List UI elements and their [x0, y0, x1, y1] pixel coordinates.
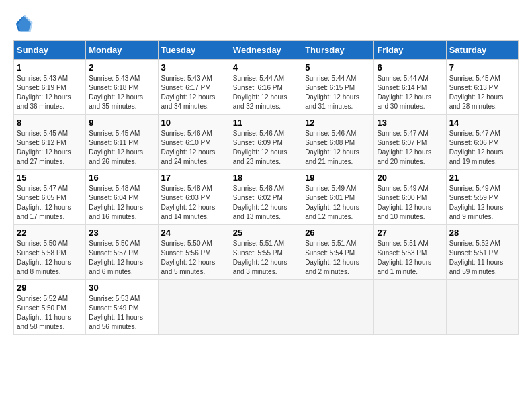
- calendar-cell: 3Sunrise: 5:43 AM Sunset: 6:17 PM Daylig…: [158, 60, 230, 115]
- calendar-cell: 30Sunrise: 5:53 AM Sunset: 5:49 PM Dayli…: [86, 280, 158, 335]
- day-info: Sunrise: 5:50 AM Sunset: 5:57 PM Dayligh…: [89, 239, 154, 277]
- day-number: 16: [89, 173, 154, 183]
- calendar-cell: 7Sunrise: 5:45 AM Sunset: 6:13 PM Daylig…: [446, 60, 518, 115]
- day-info: Sunrise: 5:43 AM Sunset: 6:17 PM Dayligh…: [161, 74, 227, 111]
- calendar-cell: 21Sunrise: 5:49 AM Sunset: 5:59 PM Dayli…: [446, 170, 518, 225]
- day-info: Sunrise: 5:48 AM Sunset: 6:04 PM Dayligh…: [89, 184, 154, 222]
- day-number: 5: [305, 62, 371, 73]
- weekday-header: Monday: [86, 41, 158, 60]
- day-number: 22: [17, 228, 83, 238]
- day-info: Sunrise: 5:49 AM Sunset: 6:01 PM Dayligh…: [305, 184, 371, 222]
- day-number: 18: [233, 173, 299, 183]
- day-info: Sunrise: 5:53 AM Sunset: 5:49 PM Dayligh…: [89, 294, 154, 332]
- day-number: 30: [89, 283, 154, 293]
- calendar-cell: 6Sunrise: 5:44 AM Sunset: 6:14 PM Daylig…: [374, 60, 446, 115]
- calendar-cell: 5Sunrise: 5:44 AM Sunset: 6:15 PM Daylig…: [302, 60, 374, 115]
- calendar-cell: [374, 280, 446, 335]
- day-number: 2: [89, 62, 154, 73]
- calendar-cell: 23Sunrise: 5:50 AM Sunset: 5:57 PM Dayli…: [86, 225, 158, 280]
- day-number: 19: [305, 173, 371, 183]
- day-info: Sunrise: 5:52 AM Sunset: 5:50 PM Dayligh…: [17, 294, 83, 332]
- day-info: Sunrise: 5:44 AM Sunset: 6:14 PM Dayligh…: [377, 74, 443, 111]
- calendar-cell: 16Sunrise: 5:48 AM Sunset: 6:04 PM Dayli…: [86, 170, 158, 225]
- day-number: 1: [17, 62, 83, 73]
- calendar-cell: 18Sunrise: 5:48 AM Sunset: 6:02 PM Dayli…: [230, 170, 302, 225]
- weekday-header: Saturday: [446, 41, 518, 60]
- day-number: 9: [89, 118, 154, 128]
- day-number: 23: [89, 228, 154, 238]
- day-number: 24: [161, 228, 227, 238]
- day-number: 26: [305, 228, 371, 238]
- calendar-cell: 27Sunrise: 5:51 AM Sunset: 5:53 PM Dayli…: [374, 225, 446, 280]
- day-info: Sunrise: 5:45 AM Sunset: 6:12 PM Dayligh…: [17, 129, 83, 167]
- day-info: Sunrise: 5:50 AM Sunset: 5:58 PM Dayligh…: [17, 239, 83, 277]
- calendar-cell: 9Sunrise: 5:45 AM Sunset: 6:11 PM Daylig…: [86, 115, 158, 170]
- calendar-cell: [302, 280, 374, 335]
- calendar-cell: 28Sunrise: 5:52 AM Sunset: 5:51 PM Dayli…: [446, 225, 518, 280]
- calendar-cell: [446, 280, 518, 335]
- day-number: 6: [377, 62, 443, 73]
- calendar-cell: 14Sunrise: 5:47 AM Sunset: 6:06 PM Dayli…: [446, 115, 518, 170]
- calendar-cell: 24Sunrise: 5:50 AM Sunset: 5:56 PM Dayli…: [158, 225, 230, 280]
- day-number: 20: [377, 173, 443, 183]
- day-number: 21: [449, 173, 515, 183]
- calendar-cell: 12Sunrise: 5:46 AM Sunset: 6:08 PM Dayli…: [302, 115, 374, 170]
- logo: [13, 13, 36, 34]
- day-info: Sunrise: 5:44 AM Sunset: 6:15 PM Dayligh…: [305, 74, 371, 111]
- calendar-cell: 29Sunrise: 5:52 AM Sunset: 5:50 PM Dayli…: [14, 280, 86, 335]
- day-number: 4: [233, 62, 299, 73]
- day-info: Sunrise: 5:43 AM Sunset: 6:18 PM Dayligh…: [89, 74, 154, 111]
- day-info: Sunrise: 5:51 AM Sunset: 5:53 PM Dayligh…: [377, 239, 443, 277]
- day-info: Sunrise: 5:49 AM Sunset: 6:00 PM Dayligh…: [377, 184, 443, 222]
- day-number: 29: [17, 283, 83, 293]
- day-number: 3: [161, 62, 227, 73]
- day-info: Sunrise: 5:47 AM Sunset: 6:06 PM Dayligh…: [449, 129, 515, 167]
- calendar-cell: 26Sunrise: 5:51 AM Sunset: 5:54 PM Dayli…: [302, 225, 374, 280]
- weekday-header: Thursday: [302, 41, 374, 60]
- day-info: Sunrise: 5:46 AM Sunset: 6:10 PM Dayligh…: [161, 129, 227, 167]
- day-info: Sunrise: 5:47 AM Sunset: 6:07 PM Dayligh…: [377, 129, 443, 167]
- day-info: Sunrise: 5:43 AM Sunset: 6:19 PM Dayligh…: [17, 74, 83, 111]
- page-header: [13, 13, 519, 34]
- weekday-header: Sunday: [14, 41, 86, 60]
- day-info: Sunrise: 5:46 AM Sunset: 6:08 PM Dayligh…: [305, 129, 371, 167]
- weekday-header: Tuesday: [158, 41, 230, 60]
- calendar-table: SundayMondayTuesdayWednesdayThursdayFrid…: [13, 40, 519, 335]
- day-info: Sunrise: 5:47 AM Sunset: 6:05 PM Dayligh…: [17, 184, 83, 222]
- day-info: Sunrise: 5:50 AM Sunset: 5:56 PM Dayligh…: [161, 239, 227, 277]
- day-info: Sunrise: 5:48 AM Sunset: 6:02 PM Dayligh…: [233, 184, 299, 222]
- day-number: 27: [377, 228, 443, 238]
- day-number: 8: [17, 118, 83, 128]
- calendar-cell: 20Sunrise: 5:49 AM Sunset: 6:00 PM Dayli…: [374, 170, 446, 225]
- calendar-cell: [158, 280, 230, 335]
- calendar-cell: 15Sunrise: 5:47 AM Sunset: 6:05 PM Dayli…: [14, 170, 86, 225]
- day-number: 25: [233, 228, 299, 238]
- day-number: 13: [377, 118, 443, 128]
- calendar-cell: 25Sunrise: 5:51 AM Sunset: 5:55 PM Dayli…: [230, 225, 302, 280]
- calendar-cell: 22Sunrise: 5:50 AM Sunset: 5:58 PM Dayli…: [14, 225, 86, 280]
- day-number: 17: [161, 173, 227, 183]
- calendar-cell: 8Sunrise: 5:45 AM Sunset: 6:12 PM Daylig…: [14, 115, 86, 170]
- svg-marker-1: [17, 15, 33, 32]
- calendar-cell: 2Sunrise: 5:43 AM Sunset: 6:18 PM Daylig…: [86, 60, 158, 115]
- day-number: 15: [17, 173, 83, 183]
- day-info: Sunrise: 5:52 AM Sunset: 5:51 PM Dayligh…: [449, 239, 515, 277]
- calendar-cell: [230, 280, 302, 335]
- calendar-cell: 11Sunrise: 5:46 AM Sunset: 6:09 PM Dayli…: [230, 115, 302, 170]
- day-info: Sunrise: 5:48 AM Sunset: 6:03 PM Dayligh…: [161, 184, 227, 222]
- day-info: Sunrise: 5:51 AM Sunset: 5:55 PM Dayligh…: [233, 239, 299, 277]
- day-info: Sunrise: 5:45 AM Sunset: 6:11 PM Dayligh…: [89, 129, 154, 167]
- weekday-header: Wednesday: [230, 41, 302, 60]
- day-number: 14: [449, 118, 515, 128]
- weekday-header: Friday: [374, 41, 446, 60]
- day-info: Sunrise: 5:44 AM Sunset: 6:16 PM Dayligh…: [233, 74, 299, 111]
- day-number: 12: [305, 118, 371, 128]
- calendar-cell: 4Sunrise: 5:44 AM Sunset: 6:16 PM Daylig…: [230, 60, 302, 115]
- calendar-cell: 17Sunrise: 5:48 AM Sunset: 6:03 PM Dayli…: [158, 170, 230, 225]
- day-info: Sunrise: 5:45 AM Sunset: 6:13 PM Dayligh…: [449, 74, 515, 111]
- calendar-cell: 13Sunrise: 5:47 AM Sunset: 6:07 PM Dayli…: [374, 115, 446, 170]
- day-number: 7: [449, 62, 515, 73]
- calendar-cell: 19Sunrise: 5:49 AM Sunset: 6:01 PM Dayli…: [302, 170, 374, 225]
- day-info: Sunrise: 5:49 AM Sunset: 5:59 PM Dayligh…: [449, 184, 515, 222]
- day-number: 11: [233, 118, 299, 128]
